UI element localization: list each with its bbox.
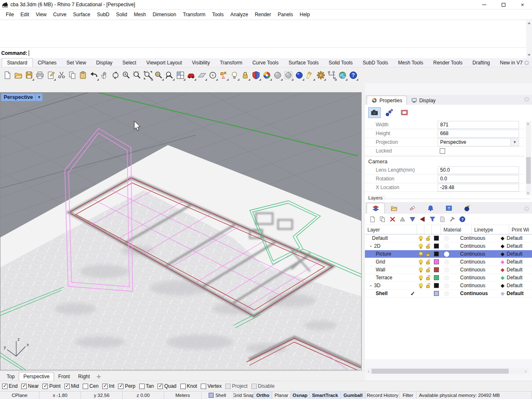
- osnap-checkbox-end[interactable]: [2, 384, 7, 389]
- material-cell[interactable]: [441, 236, 452, 241]
- column-color[interactable]: [432, 225, 441, 234]
- open-file-button[interactable]: [13, 69, 24, 81]
- cut-button[interactable]: [56, 69, 67, 81]
- match-layer-button[interactable]: [438, 215, 446, 223]
- print-width-cell[interactable]: Default: [507, 235, 532, 241]
- menu-item-view[interactable]: View: [32, 10, 50, 19]
- visibility-cell[interactable]: [417, 259, 424, 265]
- dropdown-button[interactable]: ▼: [510, 139, 519, 146]
- undo-button[interactable]: [89, 69, 99, 81]
- toolbar-tab-render-tools[interactable]: Render Tools: [428, 59, 468, 67]
- linetype-cell[interactable]: Continuous: [452, 259, 498, 265]
- menu-item-surface[interactable]: Surface: [70, 10, 94, 19]
- column-print-width[interactable]: Print Wi: [509, 225, 532, 234]
- toolbar-tab-select[interactable]: Select: [118, 59, 141, 67]
- toolbar-tab-standard[interactable]: Standard: [2, 58, 33, 67]
- property-input[interactable]: Perspective▼: [438, 138, 519, 146]
- viewport-tab-right[interactable]: Right: [74, 372, 94, 381]
- scroll-up-icon[interactable]: [527, 22, 531, 24]
- osnap-checkbox-cen[interactable]: [83, 384, 88, 389]
- copy-button[interactable]: [67, 69, 78, 81]
- properties-scrollbar[interactable]: ∧ ∨: [526, 121, 531, 195]
- status-gumball[interactable]: Gumball: [341, 392, 366, 399]
- scroll-left-icon[interactable]: ‹: [366, 369, 372, 374]
- property-input[interactable]: 871: [438, 121, 519, 129]
- osnap-checkbox-project[interactable]: [225, 384, 231, 389]
- pan-button[interactable]: [99, 69, 110, 81]
- menu-item-analyze[interactable]: Analyze: [227, 10, 251, 19]
- print-color-diamond[interactable]: ◆: [498, 243, 507, 249]
- tab-properties[interactable]: Properties: [367, 96, 407, 105]
- print-width-cell[interactable]: Default: [507, 259, 532, 265]
- scroll-down-icon[interactable]: ∨: [527, 191, 530, 195]
- eraser-tab[interactable]: [403, 203, 421, 214]
- render-button[interactable]: [294, 69, 305, 81]
- toolbar-tab-viewport-layout[interactable]: Viewport Layout: [141, 59, 187, 67]
- column-visibility[interactable]: [417, 225, 424, 234]
- chevron-down-icon[interactable]: ▼: [36, 95, 42, 99]
- linetype-cell[interactable]: Continuous: [452, 243, 498, 249]
- new-sublayer-button[interactable]: [378, 215, 387, 223]
- linetype-cell[interactable]: Continuous: [452, 275, 498, 281]
- lock-cell[interactable]: [424, 267, 432, 273]
- viewport-perspective[interactable]: x y z Perspective ▼: [0, 92, 362, 370]
- viewport-canvas[interactable]: x y z: [0, 93, 361, 370]
- gear-icon[interactable]: [524, 60, 530, 66]
- bell-tab[interactable]: [421, 203, 440, 214]
- status-grid-snap[interactable]: Grid Snap: [234, 392, 254, 399]
- layer-tools-button[interactable]: [448, 215, 456, 223]
- toolbar-tab-surface-tools[interactable]: Surface Tools: [283, 59, 324, 67]
- status-record-history[interactable]: Record History: [366, 392, 400, 399]
- visibility-cell[interactable]: [417, 267, 424, 273]
- material-cell[interactable]: [441, 244, 452, 249]
- layer-row-terrace[interactable]: TerraceContinuous◆Default: [365, 274, 532, 282]
- toolbar-tab-transform[interactable]: Transform: [215, 59, 247, 67]
- viewport-title[interactable]: Perspective ▼: [1, 93, 43, 101]
- visibility-cell[interactable]: [417, 243, 424, 249]
- material-cell[interactable]: [441, 283, 452, 288]
- earth-button[interactable]: [337, 69, 348, 81]
- locked-checkbox[interactable]: [440, 148, 445, 154]
- toolbar-tab-display[interactable]: Display: [91, 59, 117, 67]
- lock-cell[interactable]: [424, 235, 432, 241]
- print-color-diamond[interactable]: ◆: [498, 283, 507, 288]
- move-down-button[interactable]: [408, 215, 416, 223]
- status-osnap[interactable]: Osnap: [291, 392, 310, 399]
- lock-button[interactable]: [240, 69, 251, 81]
- print-width-cell[interactable]: Default: [507, 243, 532, 249]
- render-preview-button[interactable]: [272, 69, 283, 81]
- options-button[interactable]: [315, 69, 326, 81]
- layers-tab-tab[interactable]: [367, 203, 385, 214]
- osnap-checkbox-near[interactable]: [21, 384, 27, 389]
- command-scrollbar[interactable]: [526, 20, 532, 58]
- material-cell[interactable]: [441, 275, 452, 281]
- named-view-button[interactable]: [186, 69, 197, 81]
- toolbar-tab-set-view[interactable]: Set View: [62, 59, 91, 67]
- property-input[interactable]: 668: [438, 130, 519, 138]
- gear-icon[interactable]: [524, 206, 530, 212]
- status-filter[interactable]: Filter: [400, 392, 416, 399]
- layer-row-grid[interactable]: GridContinuous◆Default: [365, 258, 532, 266]
- lock-cell[interactable]: [424, 243, 432, 249]
- property-input[interactable]: 0.0: [438, 175, 519, 183]
- viewport-layout-button[interactable]: [175, 69, 186, 81]
- menu-item-transform[interactable]: Transform: [180, 10, 209, 19]
- point-grid-button[interactable]: [218, 69, 229, 81]
- lock-cell[interactable]: [424, 275, 432, 281]
- visibility-cell[interactable]: [417, 251, 424, 257]
- delete-layer-button[interactable]: [388, 215, 397, 223]
- lock-cell[interactable]: [424, 251, 432, 257]
- menu-item-render[interactable]: Render: [251, 10, 274, 19]
- toolbar-tab-curve-tools[interactable]: Curve Tools: [247, 59, 283, 67]
- scroll-down-icon[interactable]: [527, 54, 531, 56]
- column-layer[interactable]: Layer: [365, 225, 417, 234]
- column-material[interactable]: Material: [441, 225, 472, 234]
- property-input[interactable]: -28.48: [438, 184, 519, 192]
- print-color-diamond[interactable]: ◆: [498, 251, 507, 257]
- status-smarttrack[interactable]: SmartTrack: [310, 392, 341, 399]
- lock-cell[interactable]: [424, 283, 432, 289]
- expander-icon[interactable]: ›: [368, 244, 374, 249]
- osnap-checkbox-disable[interactable]: [251, 384, 257, 389]
- dimension-button[interactable]: [326, 69, 337, 81]
- status-z-0-00[interactable]: z 0.00: [123, 392, 164, 399]
